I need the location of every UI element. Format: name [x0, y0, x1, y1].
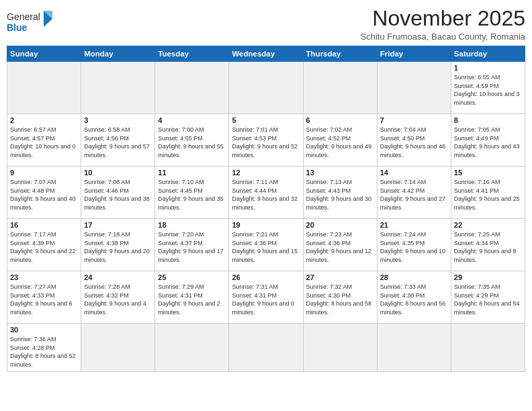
table-row — [7, 62, 81, 114]
table-row — [81, 62, 155, 114]
day-number: 13 — [306, 169, 374, 177]
subtitle: Schitu Frumoasa, Bacau County, Romania — [361, 32, 525, 42]
day-info: Sunrise: 7:05 AM Sunset: 4:49 PM Dayligh… — [454, 126, 522, 159]
day-number: 6 — [306, 116, 374, 124]
table-row: 5Sunrise: 7:01 AM Sunset: 4:53 PM Daylig… — [229, 114, 303, 167]
day-info: Sunrise: 7:29 AM Sunset: 4:31 PM Dayligh… — [158, 283, 226, 316]
day-number: 19 — [232, 221, 300, 229]
day-number: 1 — [454, 64, 522, 72]
logo: General Blue — [7, 9, 54, 38]
table-row: 17Sunrise: 7:18 AM Sunset: 4:38 PM Dayli… — [81, 219, 155, 271]
table-row: 11Sunrise: 7:10 AM Sunset: 4:45 PM Dayli… — [155, 167, 229, 219]
day-info: Sunrise: 7:31 AM Sunset: 4:31 PM Dayligh… — [232, 283, 300, 316]
table-row: 19Sunrise: 7:21 AM Sunset: 4:36 PM Dayli… — [229, 219, 303, 271]
day-number: 11 — [158, 169, 226, 177]
day-number: 10 — [84, 169, 152, 177]
day-number: 7 — [380, 116, 448, 124]
day-info: Sunrise: 7:17 AM Sunset: 4:39 PM Dayligh… — [10, 230, 78, 264]
day-number: 14 — [380, 169, 448, 177]
day-info: Sunrise: 6:57 AM Sunset: 4:57 PM Dayligh… — [10, 126, 78, 159]
table-row: 6Sunrise: 7:02 AM Sunset: 4:52 PM Daylig… — [303, 114, 377, 167]
day-info: Sunrise: 7:24 AM Sunset: 4:35 PM Dayligh… — [380, 230, 448, 264]
calendar-header-row: Sunday Monday Tuesday Wednesday Thursday… — [7, 46, 525, 62]
day-number: 8 — [454, 116, 522, 124]
table-row: 10Sunrise: 7:08 AM Sunset: 4:46 PM Dayli… — [81, 167, 155, 219]
table-row — [155, 62, 229, 114]
table-row: 3Sunrise: 6:58 AM Sunset: 4:56 PM Daylig… — [81, 114, 155, 167]
table-row — [451, 324, 525, 371]
svg-text:Blue: Blue — [7, 22, 28, 33]
table-row: 18Sunrise: 7:20 AM Sunset: 4:37 PM Dayli… — [155, 219, 229, 271]
header: General Blue November 2025 Schitu Frumoa… — [7, 7, 525, 42]
day-info: Sunrise: 7:13 AM Sunset: 4:43 PM Dayligh… — [306, 178, 374, 212]
day-info: Sunrise: 7:27 AM Sunset: 4:33 PM Dayligh… — [10, 283, 78, 316]
day-number: 12 — [232, 169, 300, 177]
day-number: 20 — [306, 221, 374, 229]
table-row — [229, 62, 303, 114]
table-row: 1Sunrise: 6:55 AM Sunset: 4:59 PM Daylig… — [451, 62, 525, 114]
day-number: 27 — [306, 273, 374, 281]
day-number: 3 — [84, 116, 152, 124]
table-row: 2Sunrise: 6:57 AM Sunset: 4:57 PM Daylig… — [7, 114, 81, 167]
table-row: 14Sunrise: 7:14 AM Sunset: 4:42 PM Dayli… — [377, 167, 451, 219]
day-number: 5 — [232, 116, 300, 124]
day-number: 23 — [10, 273, 78, 281]
day-info: Sunrise: 7:33 AM Sunset: 4:30 PM Dayligh… — [380, 283, 448, 316]
day-number: 25 — [158, 273, 226, 281]
table-row — [229, 324, 303, 371]
day-number: 28 — [380, 273, 448, 281]
table-row: 24Sunrise: 7:28 AM Sunset: 4:32 PM Dayli… — [81, 271, 155, 324]
day-number: 9 — [10, 169, 78, 177]
table-row: 9Sunrise: 7:07 AM Sunset: 4:48 PM Daylig… — [7, 167, 81, 219]
title-area: November 2025 Schitu Frumoasa, Bacau Cou… — [361, 7, 525, 42]
table-row: 28Sunrise: 7:33 AM Sunset: 4:30 PM Dayli… — [377, 271, 451, 324]
day-info: Sunrise: 7:25 AM Sunset: 4:34 PM Dayligh… — [454, 230, 522, 264]
col-sunday: Sunday — [7, 46, 81, 62]
col-saturday: Saturday — [451, 46, 525, 62]
month-title: November 2025 — [361, 7, 525, 30]
col-thursday: Thursday — [303, 46, 377, 62]
table-row — [81, 324, 155, 371]
day-number: 15 — [454, 169, 522, 177]
table-row: 23Sunrise: 7:27 AM Sunset: 4:33 PM Dayli… — [7, 271, 81, 324]
table-row: 26Sunrise: 7:31 AM Sunset: 4:31 PM Dayli… — [229, 271, 303, 324]
day-info: Sunrise: 7:36 AM Sunset: 4:28 PM Dayligh… — [10, 335, 78, 369]
table-row: 21Sunrise: 7:24 AM Sunset: 4:35 PM Dayli… — [377, 219, 451, 271]
table-row: 30Sunrise: 7:36 AM Sunset: 4:28 PM Dayli… — [7, 324, 81, 371]
table-row — [303, 324, 377, 371]
table-row: 25Sunrise: 7:29 AM Sunset: 4:31 PM Dayli… — [155, 271, 229, 324]
day-info: Sunrise: 7:14 AM Sunset: 4:42 PM Dayligh… — [380, 178, 448, 212]
day-info: Sunrise: 7:35 AM Sunset: 4:29 PM Dayligh… — [454, 283, 522, 316]
day-number: 4 — [158, 116, 226, 124]
col-tuesday: Tuesday — [155, 46, 229, 62]
svg-text:General: General — [7, 11, 40, 22]
day-number: 30 — [10, 326, 78, 334]
day-number: 17 — [84, 221, 152, 229]
day-number: 26 — [232, 273, 300, 281]
table-row: 16Sunrise: 7:17 AM Sunset: 4:39 PM Dayli… — [7, 219, 81, 271]
logo-svg: General Blue — [7, 9, 54, 38]
table-row: 15Sunrise: 7:16 AM Sunset: 4:41 PM Dayli… — [451, 167, 525, 219]
day-info: Sunrise: 7:23 AM Sunset: 4:36 PM Dayligh… — [306, 230, 374, 264]
table-row — [303, 62, 377, 114]
day-info: Sunrise: 7:10 AM Sunset: 4:45 PM Dayligh… — [158, 178, 226, 212]
day-info: Sunrise: 7:11 AM Sunset: 4:44 PM Dayligh… — [232, 178, 300, 212]
day-number: 24 — [84, 273, 152, 281]
day-info: Sunrise: 7:32 AM Sunset: 4:30 PM Dayligh… — [306, 283, 374, 316]
day-info: Sunrise: 7:04 AM Sunset: 4:50 PM Dayligh… — [380, 126, 448, 159]
col-wednesday: Wednesday — [229, 46, 303, 62]
col-friday: Friday — [377, 46, 451, 62]
table-row: 12Sunrise: 7:11 AM Sunset: 4:44 PM Dayli… — [229, 167, 303, 219]
table-row: 22Sunrise: 7:25 AM Sunset: 4:34 PM Dayli… — [451, 219, 525, 271]
table-row: 27Sunrise: 7:32 AM Sunset: 4:30 PM Dayli… — [303, 271, 377, 324]
table-row: 13Sunrise: 7:13 AM Sunset: 4:43 PM Dayli… — [303, 167, 377, 219]
day-number: 16 — [10, 221, 78, 229]
day-number: 2 — [10, 116, 78, 124]
col-monday: Monday — [81, 46, 155, 62]
day-info: Sunrise: 7:28 AM Sunset: 4:32 PM Dayligh… — [84, 283, 152, 316]
calendar: Sunday Monday Tuesday Wednesday Thursday… — [7, 46, 525, 371]
day-info: Sunrise: 7:16 AM Sunset: 4:41 PM Dayligh… — [454, 178, 522, 212]
day-number: 22 — [454, 221, 522, 229]
table-row: 4Sunrise: 7:00 AM Sunset: 4:55 PM Daylig… — [155, 114, 229, 167]
day-info: Sunrise: 6:55 AM Sunset: 4:59 PM Dayligh… — [454, 73, 522, 107]
